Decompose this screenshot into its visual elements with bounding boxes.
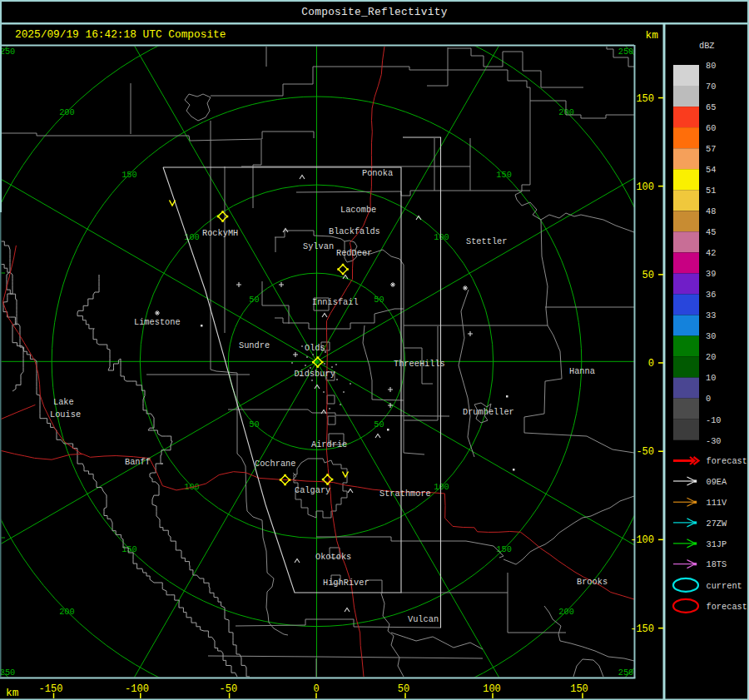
svg-text:65: 65 (706, 102, 716, 112)
svg-text:10: 10 (706, 373, 716, 383)
svg-text:70: 70 (706, 82, 716, 92)
svg-text:Cochrane: Cochrane (255, 459, 295, 469)
svg-text:Stettler: Stettler (466, 236, 507, 246)
svg-text:09EA: 09EA (707, 477, 728, 487)
svg-text:Banff: Banff (125, 457, 151, 467)
svg-text:-100: -100 (125, 683, 149, 695)
svg-text:-50: -50 (220, 683, 238, 695)
svg-text:30: 30 (706, 331, 716, 341)
svg-text:42: 42 (706, 248, 716, 258)
svg-text:36: 36 (706, 290, 716, 300)
svg-text:111V: 111V (707, 498, 728, 508)
svg-text:-10: -10 (706, 415, 722, 425)
svg-text:Composite_Reflectivity: Composite_Reflectivity (301, 6, 448, 18)
svg-text:200: 200 (59, 107, 75, 117)
svg-text:-30: -30 (706, 436, 722, 446)
svg-text:51: 51 (706, 186, 716, 196)
svg-text:-150: -150 (39, 683, 63, 695)
svg-text:forecast: forecast (707, 456, 747, 466)
svg-text:33: 33 (706, 310, 716, 320)
svg-text:31JP: 31JP (707, 539, 727, 549)
svg-text:150: 150 (496, 544, 512, 554)
svg-text:Ponoka: Ponoka (362, 168, 393, 178)
svg-text:dBZ: dBZ (699, 41, 715, 51)
svg-text:Calgary: Calgary (295, 485, 330, 495)
svg-text:Lacombe: Lacombe (340, 205, 376, 215)
svg-text:km: km (646, 29, 659, 42)
svg-text:current: current (707, 581, 742, 591)
svg-text:50: 50 (374, 295, 384, 305)
svg-text:250: 250 (618, 47, 634, 57)
svg-text:Didsbury: Didsbury (294, 369, 335, 379)
svg-text:150: 150 (570, 683, 588, 695)
svg-text:RockyMH: RockyMH (202, 228, 238, 238)
svg-text:0: 0 (648, 358, 654, 370)
svg-text:250: 250 (0, 668, 15, 678)
svg-text:Strathmore: Strathmore (379, 489, 431, 499)
svg-text:27ZW: 27ZW (707, 519, 728, 529)
svg-text:Blackfalds: Blackfalds (329, 226, 380, 236)
svg-text:48: 48 (706, 206, 716, 216)
svg-text:Louise: Louise (50, 410, 81, 420)
svg-text:20: 20 (706, 352, 716, 362)
svg-text:Okotoks: Okotoks (315, 552, 351, 562)
svg-text:RedDeer: RedDeer (336, 248, 372, 258)
svg-text:200: 200 (558, 107, 574, 117)
svg-text:54: 54 (706, 165, 716, 175)
svg-text:45: 45 (706, 227, 716, 237)
svg-text:km: km (6, 687, 19, 699)
svg-text:HighRiver: HighRiver (323, 578, 370, 588)
svg-text:100: 100 (434, 232, 449, 242)
svg-text:50: 50 (398, 683, 409, 695)
svg-text:ThreeHills: ThreeHills (394, 359, 445, 369)
svg-text:39: 39 (706, 269, 716, 279)
svg-text:150: 150 (636, 93, 654, 105)
svg-text:250: 250 (0, 47, 15, 57)
svg-text:Airdrie: Airdrie (311, 439, 347, 449)
svg-text:18TS: 18TS (707, 559, 727, 569)
svg-text:100: 100 (434, 482, 449, 492)
svg-text:57: 57 (706, 144, 716, 154)
svg-text:2025/09/19 16:42:18 UTC Compos: 2025/09/19 16:42:18 UTC Composite (15, 28, 226, 41)
svg-text:150: 150 (122, 170, 137, 180)
svg-text:Innisfail: Innisfail (312, 297, 359, 307)
svg-text:-150: -150 (630, 623, 654, 635)
svg-text:80: 80 (706, 61, 716, 71)
svg-text:0: 0 (706, 394, 711, 404)
svg-text:100: 100 (184, 482, 200, 492)
svg-text:-100: -100 (630, 534, 654, 546)
svg-text:150: 150 (496, 170, 512, 180)
svg-text:60: 60 (706, 123, 716, 133)
svg-text:Olds: Olds (305, 343, 325, 353)
svg-text:Drumheller: Drumheller (463, 407, 514, 417)
svg-text:100: 100 (184, 232, 200, 242)
svg-text:Lake: Lake (53, 397, 74, 407)
svg-text:250: 250 (618, 668, 634, 678)
svg-text:Vulcan: Vulcan (408, 614, 439, 624)
svg-text:Sundre: Sundre (239, 340, 270, 350)
svg-text:100: 100 (483, 683, 501, 695)
svg-text:Brooks: Brooks (577, 577, 608, 587)
svg-text:forecast: forecast (707, 602, 747, 612)
svg-text:50: 50 (642, 270, 654, 281)
svg-text:-50: -50 (636, 446, 654, 458)
svg-text:200: 200 (558, 607, 574, 617)
svg-text:200: 200 (59, 607, 75, 617)
svg-text:Limestone: Limestone (134, 317, 181, 327)
svg-text:50: 50 (249, 420, 259, 429)
svg-text:Sylvan: Sylvan (303, 241, 334, 251)
svg-text:50: 50 (374, 420, 384, 429)
svg-text:0: 0 (313, 683, 319, 695)
svg-text:Hanna: Hanna (569, 366, 595, 376)
svg-text:100: 100 (636, 181, 654, 193)
svg-text:50: 50 (249, 295, 259, 305)
